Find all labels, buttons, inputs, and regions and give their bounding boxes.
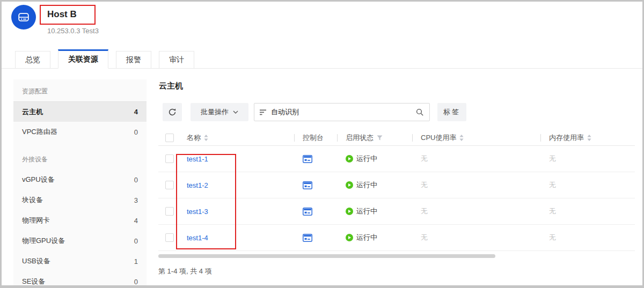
horizontal-scrollbar-track <box>158 254 635 258</box>
search-input[interactable]: 自动识别 <box>254 103 430 121</box>
resource-sidebar: 资源配置 云主机 4 VPC路由器 0 外接设备 vGPU设备 0 块设备 3 … <box>13 79 147 285</box>
section-title: 云主机 <box>159 81 635 91</box>
cpu-usage-value: 无 <box>421 206 428 216</box>
sidebar-item-usb[interactable]: USB设备 1 <box>13 251 147 271</box>
sort-icon[interactable] <box>587 135 591 141</box>
status-label: 运行中 <box>356 233 377 242</box>
status-label: 运行中 <box>356 206 377 216</box>
sidebar-item-label: vGPU设备 <box>22 175 55 184</box>
sidebar-item-label: VPC路由器 <box>22 127 57 137</box>
search-icon[interactable] <box>416 108 424 116</box>
sidebar-item-se[interactable]: SE设备 0 <box>13 271 147 288</box>
sidebar-item-vpc-router[interactable]: VPC路由器 0 <box>13 122 147 142</box>
row-checkbox[interactable] <box>165 181 174 189</box>
sidebar-item-physical-nic[interactable]: 物理网卡 4 <box>13 210 147 231</box>
sidebar-item-label: 块设备 <box>22 195 43 205</box>
sidebar-item-block-device[interactable]: 块设备 3 <box>13 190 147 210</box>
sidebar-item-label: 云主机 <box>22 107 43 117</box>
column-divider <box>540 134 541 142</box>
search-mode-label: 自动识别 <box>271 107 416 117</box>
tag-button[interactable]: 标签 <box>437 103 466 121</box>
tab-alerts[interactable]: 报警 <box>116 51 151 69</box>
column-header-name[interactable]: 名称 <box>187 133 201 143</box>
vm-name-link[interactable]: test1-3 <box>187 208 208 216</box>
row-checkbox[interactable] <box>165 207 174 216</box>
main-panel: 云主机 批量操作 自动识别 <box>158 77 635 276</box>
sort-icon[interactable] <box>204 135 208 141</box>
sidebar-item-label: USB设备 <box>22 256 50 266</box>
horizontal-scrollbar-thumb[interactable] <box>158 254 495 258</box>
sidebar-item-label: 物理网卡 <box>22 216 50 225</box>
tab-related-resources[interactable]: 关联资源 <box>58 49 108 69</box>
memory-usage-value: 无 <box>549 180 556 190</box>
page-title: Host B <box>47 9 77 20</box>
status-running-icon <box>346 208 353 215</box>
memory-usage-value: 无 <box>549 233 556 242</box>
console-icon[interactable] <box>303 234 312 242</box>
column-header-console: 控制台 <box>303 133 324 143</box>
sidebar-item-count: 0 <box>134 278 138 286</box>
cpu-usage-value: 无 <box>421 154 428 164</box>
tab-audit[interactable]: 审计 <box>159 51 194 69</box>
tab-overview[interactable]: 总览 <box>15 51 50 69</box>
sidebar-item-vgpu[interactable]: vGPU设备 0 <box>13 169 147 190</box>
table-row: test1-1 运行中 无 无 <box>158 146 635 172</box>
sidebar-item-count: 1 <box>134 257 138 265</box>
tag-button-label: 标签 <box>443 107 460 117</box>
column-divider <box>294 134 295 142</box>
bulk-actions-label: 批量操作 <box>201 107 229 117</box>
sidebar-item-count: 4 <box>134 217 138 225</box>
sidebar-item-count: 0 <box>134 237 138 245</box>
sidebar-item-count: 4 <box>134 108 138 116</box>
cpu-usage-value: 无 <box>421 180 428 190</box>
table-row: test1-4 运行中 无 无 <box>158 225 635 251</box>
page-subtitle: 10.253.0.3 Test3 <box>47 27 99 35</box>
console-icon[interactable] <box>303 181 312 189</box>
pagination-summary: 第 1-4 项, 共 4 项 <box>158 267 635 276</box>
host-avatar <box>11 5 36 29</box>
chevron-down-icon <box>233 110 238 114</box>
table-row: test1-2 运行中 无 无 <box>158 172 635 198</box>
table-header: 名称 控制台 启用状态 CPU使用率 <box>158 130 635 146</box>
sidebar-item-physical-gpu[interactable]: 物理GPU设备 0 <box>13 231 147 251</box>
sidebar-item-vm[interactable]: 云主机 4 <box>13 101 147 122</box>
table-row: test1-3 运行中 无 无 <box>158 198 635 225</box>
row-checkbox[interactable] <box>165 154 174 163</box>
host-detail-page: Host B 10.253.0.3 Test3 总览 关联资源 报警 审计 资源… <box>0 0 644 288</box>
sort-icon[interactable] <box>459 135 464 141</box>
memory-usage-value: 无 <box>549 154 556 164</box>
console-icon[interactable] <box>303 155 312 163</box>
sidebar-group-resource-config: 资源配置 <box>13 79 147 101</box>
vm-name-link[interactable]: test1-4 <box>187 234 208 242</box>
column-divider <box>337 134 338 142</box>
filter-lines-icon <box>260 109 267 115</box>
tab-bar: 总览 关联资源 报警 审计 <box>2 49 642 69</box>
refresh-icon <box>168 108 177 116</box>
host-drive-icon <box>17 11 30 24</box>
status-running-icon <box>346 155 353 163</box>
column-header-cpu[interactable]: CPU使用率 <box>421 133 456 143</box>
column-header-memory[interactable]: 内存使用率 <box>549 133 584 143</box>
filter-icon[interactable] <box>377 135 383 141</box>
sidebar-item-count: 0 <box>134 128 138 136</box>
sidebar-item-label: SE设备 <box>22 277 45 286</box>
sidebar-item-count: 3 <box>134 196 138 204</box>
vm-name-link[interactable]: test1-1 <box>187 155 208 163</box>
status-label: 运行中 <box>356 180 377 190</box>
refresh-button[interactable] <box>163 103 182 121</box>
memory-usage-value: 无 <box>549 206 556 216</box>
toolbar: 批量操作 自动识别 标签 <box>163 103 635 121</box>
sidebar-item-count: 0 <box>134 176 138 184</box>
bulk-actions-button[interactable]: 批量操作 <box>191 103 248 121</box>
column-divider <box>412 134 413 142</box>
sidebar-group-external-devices: 外接设备 <box>13 142 147 169</box>
select-all-checkbox[interactable] <box>165 134 174 142</box>
vm-name-link[interactable]: test1-2 <box>187 181 208 189</box>
console-icon[interactable] <box>303 208 312 216</box>
sidebar-item-label: 物理GPU设备 <box>22 236 65 246</box>
cpu-usage-value: 无 <box>421 233 428 242</box>
column-header-status[interactable]: 启用状态 <box>346 133 374 143</box>
row-checkbox[interactable] <box>165 233 174 242</box>
status-running-icon <box>346 234 353 241</box>
status-running-icon <box>346 181 353 189</box>
